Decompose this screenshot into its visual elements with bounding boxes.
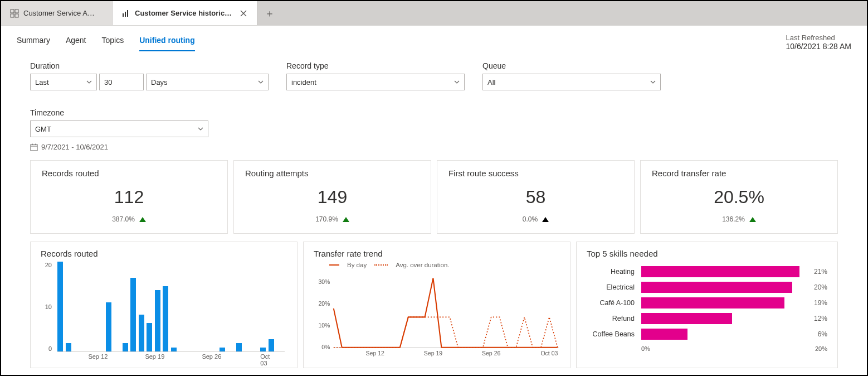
timezone-label: Timezone [30,108,208,117]
skill-bar [641,282,792,293]
duration-count-input[interactable]: 30 [99,74,144,90]
tab-label: Customer Service A… [23,9,95,17]
svg-text:Sep 19: Sep 19 [424,350,442,356]
svg-rect-4 [123,13,124,17]
chevron-down-icon [86,79,92,85]
date-range: 9/7/2021 - 10/6/2021 [1,141,867,153]
kpi-cards: Records routed 112 387.0% Routing attemp… [1,153,867,234]
chart-bar [123,343,128,351]
svg-text:20%: 20% [318,300,330,307]
tab-agent[interactable]: Agent [66,33,86,51]
skill-bar [641,329,687,340]
svg-rect-5 [125,12,126,17]
calendar-icon [30,143,38,151]
skill-value: 21% [814,268,827,276]
queue-select[interactable]: All [482,74,661,90]
kpi-card: Records routed 112 387.0% [30,160,228,234]
skill-label: Heating [587,268,635,276]
skill-label: Café A-100 [587,299,635,307]
chart-bar [66,343,71,351]
chart-bar [139,315,144,351]
tab-label: Customer Service historic… [135,9,232,17]
chart-bar [269,339,274,351]
chart-bar [236,343,242,351]
skill-row: Electrical 20% [587,279,827,295]
kpi-delta: 170.9% [245,215,420,223]
skill-row: Refund 12% [587,311,827,326]
kpi-value: 112 [42,187,216,208]
svg-rect-0 [11,9,14,13]
chart-top-skills: Top 5 skills needed Heating 21% Electric… [576,242,838,368]
skill-row: Coffee Beans 6% [587,326,827,342]
skill-label: Electrical [587,283,635,291]
skill-value: 6% [818,330,827,338]
skill-value: 19% [814,299,827,307]
chart-records-routed: Records routed 20100Sep 12Sep 19Sep 26Oc… [30,242,298,368]
close-icon[interactable] [239,9,248,18]
chart-legend: By day Avg. over duration. [329,262,560,268]
trend-up-icon [542,217,549,222]
last-refreshed-time: 10/6/2021 8:28 AM [786,42,851,51]
kpi-title: Records routed [42,168,216,178]
chart-plot [57,262,285,352]
kpi-delta: 136.2% [652,215,826,223]
skill-value: 20% [814,283,827,291]
timezone-select[interactable]: GMT [30,120,208,137]
kpi-value: 20.5% [652,187,826,208]
skill-value: 12% [814,315,827,322]
svg-text:30%: 30% [318,278,330,285]
svg-text:Oct 03: Oct 03 [540,350,558,356]
chart-bar [106,302,111,351]
last-refreshed: Last Refreshed 10/6/2021 8:28 AM [786,33,851,51]
kpi-card: Record transfer rate 20.5% 136.2% [640,160,838,234]
svg-rect-1 [15,9,18,13]
skill-row: Heating 21% [587,264,827,279]
svg-rect-2 [11,14,14,17]
duration-label: Duration [30,61,269,70]
trend-up-icon [343,217,349,222]
trend-up-icon [749,217,756,222]
last-refreshed-label: Last Refreshed [786,33,851,42]
chevron-down-icon [198,126,203,132]
chart-title: Records routed [41,249,287,258]
kpi-value: 58 [448,187,623,208]
queue-label: Queue [482,61,661,70]
kpi-card: Routing attempts 149 170.9% [233,160,431,234]
chart-svg: 0%10%20%30%Sep 12Sep 19Sep 26Oct 03 [314,272,560,362]
chart-transfer-rate-trend: Transfer rate trend By day Avg. over dur… [303,242,570,368]
tab-customer-service-a[interactable]: Customer Service A… [1,1,113,25]
kpi-card: First route success 58 0.0% [437,160,635,234]
tab-summary[interactable]: Summary [17,33,50,51]
record-type-select[interactable]: incident [286,74,465,90]
svg-text:Sep 26: Sep 26 [482,350,500,356]
chart-bar [220,348,225,351]
kpi-title: Record transfer rate [652,168,826,178]
kpi-title: Routing attempts [245,168,420,178]
tab-topics[interactable]: Topics [102,33,124,51]
tab-icon [10,9,19,18]
skill-label: Coffee Beans [587,330,635,338]
kpi-value: 149 [245,187,420,208]
svg-text:10%: 10% [318,322,330,329]
add-tab-button[interactable]: ＋ [257,1,282,25]
kpi-delta: 387.0% [42,215,216,223]
chart-bar [163,286,168,351]
skill-bar [641,297,784,308]
chart-bar [147,323,152,351]
svg-rect-6 [127,10,128,17]
tab-customer-service-historic[interactable]: Customer Service historic… [113,1,257,25]
duration-unit-select[interactable]: Days [146,74,269,90]
skill-bar [641,266,799,277]
chart-x-axis: 0% 20% [641,345,827,352]
skill-row: Café A-100 19% [587,295,827,311]
chart-x-axis: Sep 12Sep 19Sep 26Oct 03 [57,353,285,362]
svg-rect-3 [15,14,18,17]
svg-text:0%: 0% [321,344,330,350]
tab-unified-routing[interactable]: Unified routing [139,33,195,51]
chart-title: Top 5 skills needed [587,249,827,258]
kpi-title: First route success [448,168,623,178]
chart-bar [260,348,266,351]
svg-rect-9 [31,144,37,151]
record-type-label: Record type [286,61,465,70]
duration-mode-select[interactable]: Last [30,74,97,90]
